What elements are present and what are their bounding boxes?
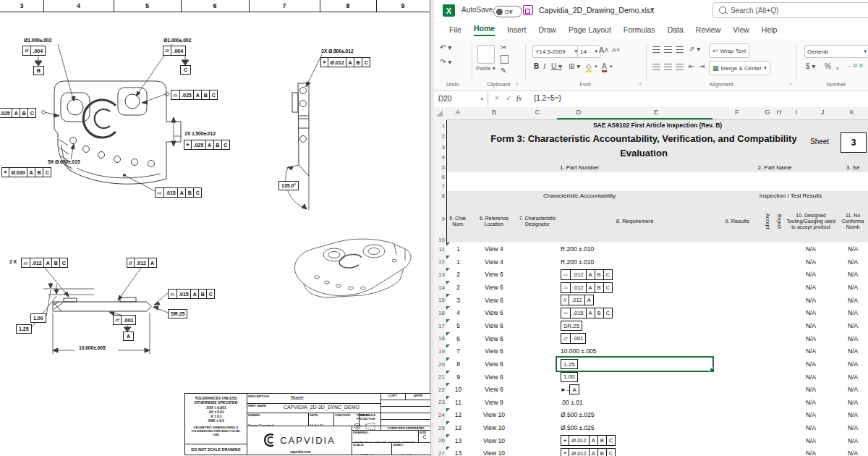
sheet-cell[interactable]: N/A xyxy=(837,396,868,409)
sheet-cell[interactable]: 5 xyxy=(446,319,471,333)
col-header-e[interactable]: E xyxy=(654,108,658,116)
sheet-cell[interactable] xyxy=(518,408,558,422)
row-header[interactable]: 1 xyxy=(434,122,445,129)
sheet-cell[interactable]: ⌖Ø.012ABC xyxy=(557,434,717,447)
sheet-cell[interactable]: N/A xyxy=(837,434,868,447)
col-requirement[interactable]: 8. Requirement xyxy=(557,200,713,243)
sheet-cell[interactable] xyxy=(518,256,558,269)
sheet-cell[interactable] xyxy=(712,447,762,456)
sheet-cell[interactable]: N/A xyxy=(785,294,838,307)
sheet-cell[interactable]: Ø.500 ±.025 xyxy=(557,421,717,435)
row-header[interactable]: 6 xyxy=(434,174,445,180)
paste-label[interactable]: Paste ▾ xyxy=(476,65,495,72)
sheet-cell[interactable] xyxy=(518,421,558,435)
row-header[interactable]: 3 xyxy=(434,144,445,151)
sheet-cell[interactable] xyxy=(762,256,774,269)
sheet-cell[interactable] xyxy=(712,434,762,447)
tab-review[interactable]: Review xyxy=(696,25,720,34)
col-char-num[interactable]: 5. Char. Num. xyxy=(446,200,471,243)
sheet-cell[interactable] xyxy=(773,396,786,409)
col-ref-location[interactable]: 6. Reference Location xyxy=(470,200,519,243)
comma-icon[interactable]: , xyxy=(836,62,838,70)
sheet-cell[interactable]: View 6 xyxy=(470,294,519,307)
sheet-cell[interactable] xyxy=(712,421,762,435)
undo-icon[interactable]: ↶ ▾ xyxy=(440,43,451,51)
sheet-cell[interactable] xyxy=(773,447,786,456)
row-header[interactable]: 22 xyxy=(434,387,445,393)
decrease-indent-icon[interactable]: ⇤ xyxy=(689,62,694,70)
sheet-cell[interactable]: N/A xyxy=(785,268,838,282)
sheet-cell[interactable] xyxy=(762,306,774,320)
sheet-cell[interactable]: N/A xyxy=(785,306,838,320)
align-left-icon[interactable] xyxy=(652,64,660,70)
sheet-cell[interactable] xyxy=(518,268,558,282)
sheet-cell[interactable]: N/A xyxy=(837,421,868,435)
sheet-cell[interactable]: R.200 ±.010 xyxy=(557,242,717,256)
sheet-cell[interactable]: ⌓.015ABC xyxy=(557,306,717,320)
sheet-cell[interactable]: N/A xyxy=(785,332,838,345)
sheet-cell[interactable]: //.012A xyxy=(557,294,717,307)
sheet-cell[interactable]: R.200 ±.010 xyxy=(557,256,717,269)
sheet-cell[interactable] xyxy=(518,434,558,447)
sheet-cell[interactable]: ⌓.012ABC xyxy=(557,281,717,295)
align-center-icon[interactable] xyxy=(664,64,672,70)
sheet-cell[interactable]: SR.25 xyxy=(557,319,717,333)
part-name-header[interactable]: 2. Part Name xyxy=(712,162,838,173)
sheet-cell[interactable] xyxy=(712,371,762,384)
row-header[interactable]: 11 xyxy=(434,246,445,253)
tab-insert[interactable]: Insert xyxy=(507,25,526,34)
tab-formulas[interactable]: Formulas xyxy=(624,25,655,34)
col-header-i[interactable]: I xyxy=(796,108,798,116)
font-color-caret[interactable]: ▾ xyxy=(610,64,613,69)
sheet-cell[interactable]: N/A xyxy=(837,371,868,384)
col-header-d[interactable]: D xyxy=(576,108,582,116)
row-header[interactable]: 23 xyxy=(434,399,445,405)
row-header[interactable]: 2 xyxy=(434,133,445,140)
sheet-cell[interactable]: N/A xyxy=(837,268,868,282)
row-header[interactable]: 24 xyxy=(434,412,445,418)
grow-font-icon[interactable]: A˄ xyxy=(599,46,609,54)
sheet-cell[interactable]: 13 xyxy=(446,434,471,447)
formula-value[interactable]: {1.2~5~} xyxy=(534,94,561,102)
row-header[interactable]: 19 xyxy=(434,348,445,355)
sheet-cell[interactable]: N/A xyxy=(785,281,838,295)
sheet-cell[interactable]: ►–A xyxy=(557,383,717,397)
part-number-input[interactable] xyxy=(446,172,713,192)
sheet-cell[interactable]: 2 xyxy=(446,281,471,295)
sheet-cell[interactable] xyxy=(712,383,762,397)
sheet-cell[interactable]: ▱.001 xyxy=(557,332,717,345)
tab-help[interactable]: Help xyxy=(762,25,778,34)
col-tooling[interactable]: 10. Designed Tooling/Gauging used to acc… xyxy=(785,200,838,243)
col-designator[interactable]: 7. Characteristic Designator xyxy=(518,200,558,243)
sheet-cell[interactable]: N/A xyxy=(837,256,868,269)
increase-indent-icon[interactable]: ⇥ xyxy=(699,62,705,70)
inspection-results-header[interactable]: Inspection / Test Results xyxy=(712,191,868,201)
col-header-c[interactable]: C xyxy=(535,108,540,116)
sheet-cell[interactable] xyxy=(773,434,786,447)
row-header[interactable]: 8 xyxy=(434,193,445,199)
row-header[interactable]: 7 xyxy=(434,183,445,190)
row-header[interactable]: 27 xyxy=(434,450,445,456)
format-painter-icon[interactable]: ✎ xyxy=(501,67,506,75)
row-header[interactable]: 5 xyxy=(434,164,445,171)
row-header[interactable]: 15 xyxy=(434,297,445,303)
sheet-cell[interactable] xyxy=(518,396,558,409)
row-header[interactable]: 16 xyxy=(434,310,445,316)
sheet-cell[interactable] xyxy=(518,332,558,345)
accountability-header[interactable]: Characteristic Accountability xyxy=(446,191,713,201)
sheet-cell[interactable]: N/A xyxy=(837,383,868,397)
copy-icon[interactable] xyxy=(501,55,509,64)
sheet-cell[interactable]: 13 xyxy=(446,447,471,456)
sheet-cell[interactable] xyxy=(518,345,558,358)
sheet-cell[interactable]: 1.00 xyxy=(557,371,717,384)
sheet-title[interactable]: SAE AS9102 First Article Inspection (Rev… xyxy=(446,120,868,131)
row-header[interactable]: 13 xyxy=(434,271,445,278)
sheet-cell[interactable]: N/A xyxy=(837,242,868,256)
fill-color-caret[interactable]: ▾ xyxy=(595,64,597,69)
row-header[interactable]: 14 xyxy=(434,284,445,291)
col-reject[interactable]: Reject xyxy=(773,200,786,243)
sheet-cell[interactable]: N/A xyxy=(785,371,838,384)
sheet-cell[interactable] xyxy=(712,396,762,409)
sheet-cell[interactable]: N/A xyxy=(837,358,868,371)
sheet-cell[interactable]: N/A xyxy=(785,358,838,371)
